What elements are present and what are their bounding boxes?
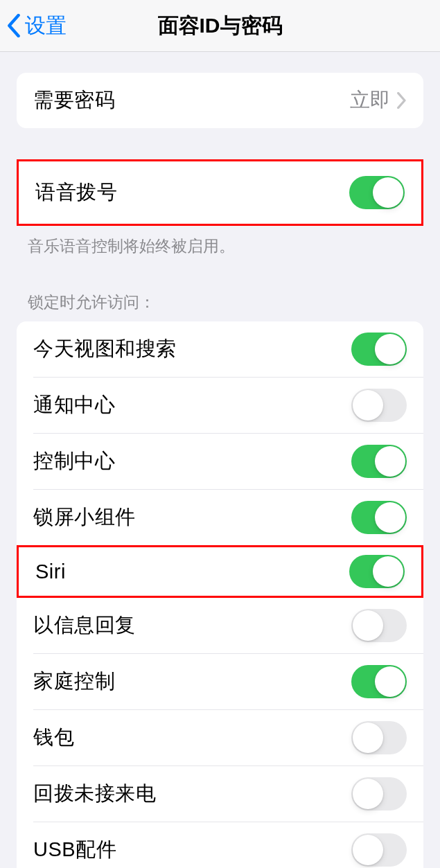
lock-access-label: 钱包 [33, 724, 74, 752]
voice-dial-highlight: 语音拨号 [17, 159, 423, 226]
lock-access-row: 通知中心 [17, 378, 423, 433]
lock-access-toggle[interactable] [349, 555, 405, 588]
lock-access-row: 回拨未接来电 [17, 766, 423, 822]
lock-access-row: Siri [19, 547, 421, 596]
lock-access-label: 锁屏小组件 [33, 504, 136, 531]
lock-access-label: 控制中心 [33, 448, 115, 475]
lock-access-label: 以信息回复 [33, 612, 136, 639]
lock-access-toggle[interactable] [351, 665, 407, 698]
lock-access-toggle[interactable] [351, 389, 407, 422]
voice-dial-toggle[interactable] [349, 176, 405, 209]
lock-access-row: USB配件 [17, 822, 423, 868]
lock-access-group-bottom: 以信息回复家庭控制钱包回拨未接来电USB配件 [17, 598, 423, 868]
lock-access-label: 今天视图和搜索 [33, 335, 177, 363]
require-passcode-label: 需要密码 [33, 87, 115, 114]
lock-access-toggle[interactable] [351, 609, 407, 642]
lock-access-row: 控制中心 [17, 434, 423, 489]
lock-access-row: 锁屏小组件 [17, 490, 423, 545]
lock-access-label: Siri [35, 560, 66, 583]
chevron-right-icon [397, 92, 407, 109]
page-title: 面容ID与密码 [158, 12, 283, 40]
lock-access-label: 回拨未接来电 [33, 780, 156, 808]
lock-access-label: 家庭控制 [33, 668, 115, 696]
lock-access-toggle[interactable] [351, 501, 407, 534]
voice-dial-footer: 音乐语音控制将始终被启用。 [0, 226, 440, 257]
lock-access-row: 以信息回复 [17, 598, 423, 653]
require-passcode-group: 需要密码 立即 [17, 73, 423, 128]
require-passcode-value: 立即 [350, 87, 390, 114]
lock-access-label: USB配件 [33, 836, 116, 864]
back-button[interactable]: 设置 [7, 12, 67, 40]
voice-dial-row: 语音拨号 [19, 161, 421, 224]
lock-access-toggle[interactable] [351, 445, 407, 478]
lock-access-label: 通知中心 [33, 391, 115, 419]
lock-access-group-top: 今天视图和搜索通知中心控制中心锁屏小组件 [17, 321, 423, 545]
lock-access-row: 家庭控制 [17, 654, 423, 709]
lock-access-toggle[interactable] [351, 777, 407, 811]
lock-access-header: 锁定时允许访问： [0, 292, 440, 321]
chevron-left-icon [7, 14, 21, 37]
back-label: 设置 [25, 12, 67, 40]
navigation-bar: 设置 面容ID与密码 [0, 0, 440, 52]
lock-access-toggle[interactable] [351, 333, 407, 366]
lock-access-toggle[interactable] [351, 721, 407, 754]
lock-access-toggle[interactable] [351, 833, 407, 867]
require-passcode-row[interactable]: 需要密码 立即 [17, 73, 423, 128]
lock-access-row: 钱包 [17, 710, 423, 765]
voice-dial-label: 语音拨号 [35, 179, 117, 206]
lock-access-row: 今天视图和搜索 [17, 321, 423, 377]
siri-highlight: Siri [17, 545, 423, 598]
